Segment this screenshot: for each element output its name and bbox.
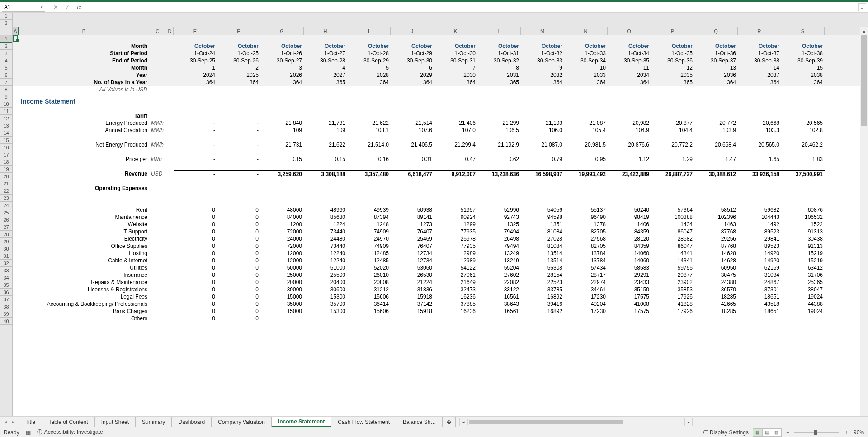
cell[interactable] <box>166 170 174 177</box>
cell[interactable] <box>149 286 166 293</box>
sheet-tab[interactable]: Balance Sh… <box>396 417 443 427</box>
cell[interactable]: 30-Sep-33 <box>521 57 564 64</box>
cell[interactable]: 107.0 <box>434 127 477 134</box>
cell[interactable]: 92743 <box>477 214 521 221</box>
cell[interactable]: 29256 <box>694 235 738 242</box>
row-header[interactable]: 29 <box>0 238 12 245</box>
cell[interactable] <box>477 112 521 119</box>
cell[interactable]: 30,388,612 <box>694 170 738 177</box>
cell[interactable] <box>651 315 694 322</box>
cell[interactable]: October <box>347 43 391 50</box>
cell[interactable] <box>304 177 347 185</box>
cell[interactable]: 0 <box>174 293 217 300</box>
zoom-level[interactable]: 90% <box>854 429 864 436</box>
cell[interactable] <box>694 192 738 199</box>
cell[interactable] <box>521 93 564 98</box>
cell[interactable]: 0 <box>217 214 260 221</box>
scroll-right-icon[interactable]: ▸ <box>684 418 693 426</box>
cell[interactable]: 15300 <box>304 308 347 315</box>
cell[interactable] <box>608 192 651 199</box>
cell[interactable] <box>13 286 19 293</box>
row-header[interactable]: 4 <box>0 57 12 64</box>
cell[interactable] <box>260 112 304 119</box>
cell[interactable]: 20,668.4 <box>694 141 738 148</box>
cell[interactable] <box>217 93 260 98</box>
cell[interactable]: 1-Oct-35 <box>651 50 694 57</box>
row-header[interactable]: 5 <box>0 64 12 71</box>
cell[interactable]: 2032 <box>521 71 564 79</box>
cell[interactable]: 16236 <box>434 293 477 300</box>
cell[interactable]: 14628 <box>694 257 738 264</box>
cell[interactable]: 44388 <box>781 300 825 308</box>
cell[interactable]: Repairs & Maintenance <box>19 279 149 286</box>
cell[interactable]: 16892 <box>521 293 564 300</box>
column-header[interactable]: H <box>304 27 347 35</box>
cell[interactable]: - <box>217 170 260 177</box>
cell[interactable]: 36414 <box>347 300 391 308</box>
cell[interactable] <box>149 64 166 71</box>
cell[interactable]: End of Period <box>19 57 149 64</box>
cell[interactable]: 2033 <box>564 71 608 79</box>
expand-formula-bar-icon[interactable]: ⌄ <box>858 3 866 11</box>
row-header[interactable]: 34 <box>0 274 12 281</box>
cell[interactable]: 2038 <box>781 71 825 79</box>
cell[interactable]: 21,731 <box>304 119 347 127</box>
cell[interactable]: 1224 <box>304 221 347 228</box>
cell[interactable]: 23433 <box>608 279 651 286</box>
cell[interactable] <box>149 308 166 315</box>
row-header[interactable]: 23 <box>0 195 12 202</box>
column-header[interactable]: F <box>217 27 260 35</box>
cell[interactable]: 27028 <box>521 235 564 242</box>
cell[interactable] <box>477 199 521 206</box>
cell[interactable]: 106.0 <box>521 127 564 134</box>
cell[interactable] <box>564 192 608 199</box>
cell[interactable] <box>694 199 738 206</box>
cell[interactable]: 28682 <box>651 235 694 242</box>
cell[interactable] <box>149 105 166 112</box>
cell[interactable]: MWh <box>149 119 166 127</box>
cell[interactable]: 23902 <box>651 279 694 286</box>
cell[interactable] <box>738 98 781 105</box>
cell[interactable]: 56308 <box>521 264 564 271</box>
cell[interactable]: 89523 <box>738 242 781 250</box>
cell[interactable] <box>260 35 304 43</box>
cell[interactable]: Bank Charges <box>19 308 149 315</box>
cell[interactable]: 364 <box>781 79 825 86</box>
cell[interactable]: - <box>217 156 260 163</box>
cell[interactable]: 12734 <box>391 257 434 264</box>
row-header[interactable]: 12 <box>0 115 12 122</box>
cell[interactable]: 1325 <box>477 221 521 228</box>
column-header[interactable]: P <box>651 27 694 35</box>
cell[interactable] <box>13 64 19 71</box>
cell-grid[interactable]: MonthOctoberOctoberOctoberOctoberOctober… <box>13 35 860 322</box>
outline-level-2[interactable]: 2 <box>0 20 12 27</box>
row-header[interactable]: 39 <box>0 310 12 318</box>
cell[interactable] <box>166 148 174 156</box>
column-header[interactable]: Q <box>694 27 738 35</box>
display-settings[interactable]: 🖵 Display Settings <box>703 429 749 436</box>
cell[interactable] <box>304 93 347 98</box>
cell[interactable] <box>149 293 166 300</box>
cell[interactable]: 20808 <box>347 279 391 286</box>
cell[interactable] <box>166 235 174 242</box>
cell[interactable]: 1299 <box>434 221 477 228</box>
cell[interactable]: 73440 <box>304 242 347 250</box>
cell[interactable]: 20,772.2 <box>651 141 694 148</box>
row-header[interactable]: 19 <box>0 166 12 173</box>
column-header[interactable]: D <box>166 27 174 35</box>
cell[interactable] <box>477 163 521 170</box>
cell[interactable] <box>166 127 174 134</box>
cell[interactable]: 26498 <box>477 235 521 242</box>
cell[interactable]: October <box>651 43 694 50</box>
cell[interactable] <box>166 264 174 271</box>
column-header[interactable]: G <box>260 27 304 35</box>
row-header[interactable]: 38 <box>0 303 12 310</box>
cell[interactable] <box>521 86 564 93</box>
cell[interactable]: 0 <box>217 293 260 300</box>
cell[interactable]: 1-Oct-31 <box>477 50 521 57</box>
cell[interactable]: 74909 <box>347 242 391 250</box>
cell[interactable] <box>694 98 738 105</box>
cell[interactable] <box>13 163 19 170</box>
cell[interactable] <box>477 177 521 185</box>
cell[interactable] <box>347 105 391 112</box>
